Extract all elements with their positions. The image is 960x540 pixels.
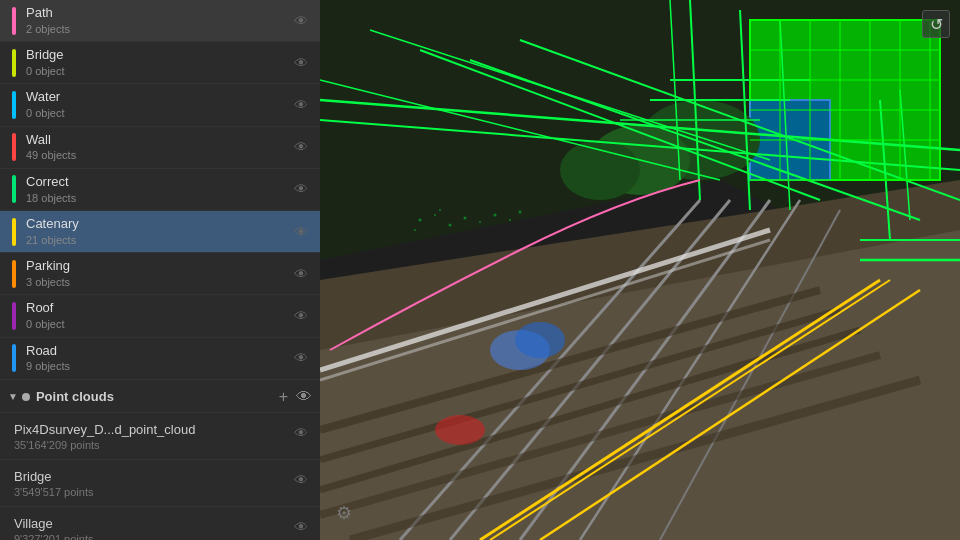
svg-point-52 [464,217,467,220]
add-point-cloud-button[interactable]: + [279,388,288,406]
layer-name: Catenary [26,216,290,233]
point-cloud-item-pix4d[interactable]: Pix4Dsurvey_D...d_point_cloud 35'164'209… [0,413,320,460]
layer-item-wall[interactable]: Wall 49 objects 👁 [0,127,320,169]
point-clouds-visibility-toggle[interactable]: 👁 [296,388,312,406]
pc-info: Village 9'327'201 points [14,515,290,540]
layer-color-indicator [12,7,16,35]
layer-count: 18 objects [26,191,290,205]
pc-name: Pix4Dsurvey_D...d_point_cloud [14,421,290,439]
point-cloud-item-village[interactable]: Village 9'327'201 points 👁 [0,507,320,540]
layer-info: Path 2 objects [26,5,290,36]
svg-point-45 [515,322,565,358]
svg-point-55 [509,219,511,221]
layer-name: Parking [26,258,290,275]
layer-count: 0 object [26,106,290,120]
layer-color-indicator [12,218,16,246]
layer-color-indicator [12,302,16,330]
layer-name: Path [26,5,290,22]
layer-item-road[interactable]: Road 9 objects 👁 [0,338,320,380]
layer-info: Water 0 object [26,89,290,120]
pc-count: 3'549'517 points [14,486,290,498]
layer-info: Road 9 objects [26,343,290,374]
pc-count: 9'327'201 points [14,533,290,540]
point-cloud-item-bridge_pc[interactable]: Bridge 3'549'517 points 👁 [0,460,320,507]
layer-name: Correct [26,174,290,191]
pc-name: Bridge [14,468,290,486]
layer-count: 49 objects [26,148,290,162]
layer-name: Bridge [26,47,290,64]
layer-item-water[interactable]: Water 0 object 👁 [0,84,320,126]
layer-info: Catenary 21 objects [26,216,290,247]
viewport-reset-button[interactable]: ↺ [922,10,950,38]
svg-point-8 [560,140,640,200]
layer-visibility-toggle[interactable]: 👁 [290,11,312,31]
pc-info: Pix4Dsurvey_D...d_point_cloud 35'164'209… [14,421,290,451]
layer-item-roof[interactable]: Roof 0 object 👁 [0,295,320,337]
layer-visibility-toggle[interactable]: 👁 [290,264,312,284]
section-dot-icon [22,393,30,401]
sidebar: Path 2 objects 👁 Bridge 0 object 👁 Water… [0,0,320,540]
svg-point-50 [414,229,416,231]
section-actions: + 👁 [279,388,312,406]
pc-count: 35'164'209 points [14,439,290,451]
layer-info: Roof 0 object [26,300,290,331]
point-clouds-list: Pix4Dsurvey_D...d_point_cloud 35'164'209… [0,413,320,540]
layer-name: Road [26,343,290,360]
layer-count: 2 objects [26,22,290,36]
layers-list: Path 2 objects 👁 Bridge 0 object 👁 Water… [0,0,320,380]
layer-count: 0 object [26,317,290,331]
point-clouds-section-header: ▼ Point clouds + 👁 [0,380,320,413]
layer-item-bridge[interactable]: Bridge 0 object 👁 [0,42,320,84]
svg-point-47 [419,219,422,222]
layer-item-path[interactable]: Path 2 objects 👁 [0,0,320,42]
layer-info: Wall 49 objects [26,132,290,163]
layer-visibility-toggle[interactable]: 👁 [290,53,312,73]
layer-visibility-toggle[interactable]: 👁 [290,95,312,115]
pc-visibility-toggle[interactable]: 👁 [290,423,312,443]
layer-count: 3 objects [26,275,290,289]
svg-point-53 [479,221,481,223]
layer-color-indicator [12,49,16,77]
layer-color-indicator [12,344,16,372]
settings-icon[interactable]: ⚙ [336,502,352,524]
svg-point-56 [519,211,522,214]
layer-color-indicator [12,133,16,161]
layer-visibility-toggle[interactable]: 👁 [290,179,312,199]
svg-point-54 [494,214,497,217]
layer-name: Roof [26,300,290,317]
svg-point-46 [435,415,485,445]
layer-visibility-toggle[interactable]: 👁 [290,137,312,157]
pc-info: Bridge 3'549'517 points [14,468,290,498]
layer-visibility-toggle[interactable]: 👁 [290,306,312,326]
layer-info: Bridge 0 object [26,47,290,78]
layer-count: 0 object [26,64,290,78]
layer-info: Correct 18 objects [26,174,290,205]
layer-item-catenary[interactable]: Catenary 21 objects 👁 [0,211,320,253]
svg-point-49 [449,224,452,227]
layer-info: Parking 3 objects [26,258,290,289]
layer-visibility-toggle[interactable]: 👁 [290,348,312,368]
layer-color-indicator [12,260,16,288]
svg-point-48 [434,214,436,216]
viewport[interactable]: ⚙ ↺ [320,0,960,540]
point-cloud-visualization [320,0,960,540]
layer-color-indicator [12,91,16,119]
section-title: Point clouds [36,389,279,404]
section-collapse-arrow[interactable]: ▼ [8,391,18,402]
layer-visibility-toggle[interactable]: 👁 [290,222,312,242]
layer-item-correct[interactable]: Correct 18 objects 👁 [0,169,320,211]
pc-visibility-toggle[interactable]: 👁 [290,517,312,537]
layer-count: 21 objects [26,233,290,247]
pc-visibility-toggle[interactable]: 👁 [290,470,312,490]
layer-name: Wall [26,132,290,149]
layer-color-indicator [12,175,16,203]
layer-item-parking[interactable]: Parking 3 objects 👁 [0,253,320,295]
svg-point-51 [439,209,441,211]
layer-name: Water [26,89,290,106]
pc-name: Village [14,515,290,533]
layer-count: 9 objects [26,359,290,373]
